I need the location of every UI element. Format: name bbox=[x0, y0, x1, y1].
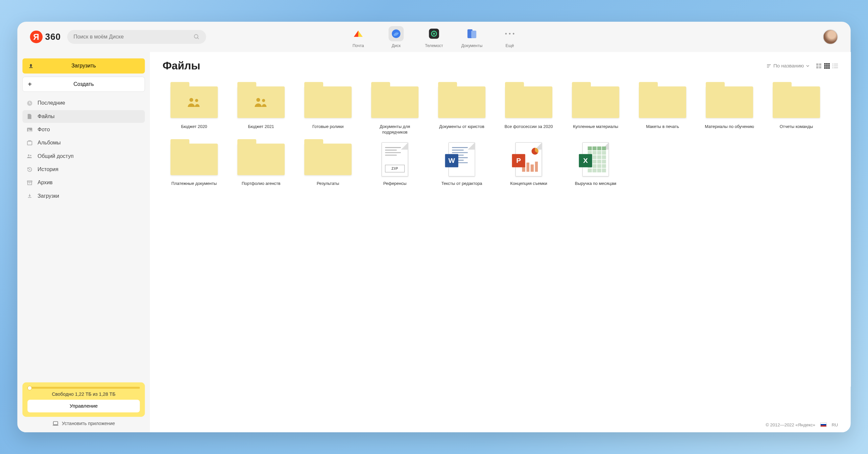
sidebar-item-albums[interactable]: Альбомы bbox=[22, 137, 145, 149]
item-thumb bbox=[569, 83, 622, 121]
item-label: Документы от юристов bbox=[439, 124, 484, 134]
view-large-tiles[interactable] bbox=[816, 63, 822, 68]
svg-rect-37 bbox=[828, 65, 830, 67]
logo[interactable]: Я 360 bbox=[30, 31, 61, 43]
folder-item[interactable]: Бюджет 2020 bbox=[162, 83, 225, 135]
sidebar-item-label: Загрузки bbox=[37, 193, 59, 199]
sidebar-item-history[interactable]: История bbox=[22, 163, 145, 176]
svg-line-1 bbox=[197, 37, 198, 39]
nav-mail[interactable]: Почта bbox=[344, 26, 372, 48]
downloads-icon bbox=[27, 193, 33, 199]
file-item[interactable]: P Концепция съемки bbox=[497, 141, 560, 192]
sidebar-item-photo[interactable]: Фото bbox=[22, 123, 145, 136]
storage-manage-button[interactable]: Управление bbox=[28, 400, 140, 412]
folder-item[interactable]: Платежные документы bbox=[162, 141, 225, 192]
sidebar-item-label: Файлы bbox=[37, 113, 55, 119]
sidebar-item-archive[interactable]: Архив bbox=[22, 176, 145, 189]
sidebar-item-files[interactable]: Файлы bbox=[22, 110, 145, 123]
svg-point-0 bbox=[194, 34, 198, 38]
folder-icon bbox=[237, 144, 285, 175]
svg-rect-38 bbox=[824, 67, 826, 69]
folder-item[interactable]: Документы для подрядчиков bbox=[363, 83, 427, 135]
documents-icon bbox=[464, 26, 479, 41]
storage-widget: Свободно 1,22 ТБ из 1,28 ТБ Управление bbox=[22, 382, 145, 417]
svg-rect-23 bbox=[53, 421, 58, 425]
search-box[interactable] bbox=[67, 30, 206, 44]
folder-icon bbox=[304, 144, 351, 175]
item-label: Портфолио агенств bbox=[242, 181, 280, 192]
upload-label: Загрузить bbox=[71, 63, 96, 69]
storage-bar bbox=[28, 387, 140, 389]
flag-ru-icon bbox=[820, 422, 827, 427]
svg-point-17 bbox=[28, 154, 30, 156]
folder-item[interactable]: Документы от юристов bbox=[430, 83, 493, 135]
nav-disk[interactable]: Диск bbox=[382, 26, 410, 48]
search-icon[interactable] bbox=[193, 34, 199, 40]
item-thumb: W bbox=[435, 141, 489, 178]
folder-icon bbox=[237, 87, 285, 118]
item-thumb bbox=[703, 83, 756, 121]
folder-item[interactable]: Все фотосессии за 2020 bbox=[497, 83, 560, 135]
nav-more[interactable]: Ещё bbox=[496, 26, 523, 48]
upload-icon bbox=[28, 63, 34, 69]
item-label: Концепция съемки bbox=[510, 181, 547, 192]
sidebar-item-recent[interactable]: Последние bbox=[22, 97, 145, 109]
view-list[interactable] bbox=[833, 63, 838, 68]
item-label: Платежные документы bbox=[171, 181, 217, 192]
folder-item[interactable]: Готовые ролики bbox=[296, 83, 360, 135]
create-button[interactable]: + Создать bbox=[22, 77, 145, 92]
svg-rect-22 bbox=[28, 197, 31, 198]
folder-item[interactable]: Портфолио агенств bbox=[229, 141, 292, 192]
item-thumb bbox=[435, 83, 489, 121]
view-small-tiles[interactable] bbox=[824, 63, 830, 68]
sidebar-item-label: Альбомы bbox=[37, 140, 61, 146]
svg-rect-30 bbox=[816, 66, 819, 68]
laptop-icon bbox=[52, 421, 59, 426]
item-thumb: P bbox=[502, 141, 555, 178]
file-item[interactable]: ZIP Референсы bbox=[363, 141, 427, 192]
disk-icon bbox=[389, 26, 404, 41]
nav-documents[interactable]: Документы bbox=[458, 26, 486, 48]
svg-point-18 bbox=[30, 155, 31, 156]
folder-item[interactable]: Материалы по обучению bbox=[698, 83, 761, 135]
sidebar-item-label: Архив bbox=[37, 180, 53, 186]
svg-rect-34 bbox=[828, 63, 830, 64]
sidebar-item-downloads[interactable]: Загрузки bbox=[22, 190, 145, 202]
upload-button[interactable]: Загрузить bbox=[22, 58, 145, 73]
item-thumb: X bbox=[569, 141, 622, 178]
toolbar: По названию bbox=[766, 63, 838, 68]
recent-icon bbox=[27, 100, 33, 106]
sort-dropdown[interactable]: По названию bbox=[766, 63, 809, 68]
logo-glyph: Я bbox=[30, 31, 42, 43]
file-item[interactable]: X Выручка по месяцам bbox=[564, 141, 627, 192]
folder-item[interactable]: Купленные материалы bbox=[564, 83, 627, 135]
folder-item[interactable]: Отчеты команды bbox=[765, 83, 828, 135]
main-content: Файлы По названию Бюджет 2020 Бюджет 2 bbox=[150, 52, 850, 432]
svg-point-8 bbox=[505, 33, 507, 34]
zip-file-icon: ZIP bbox=[382, 143, 408, 177]
header: Я 360 Почта Диск bbox=[18, 22, 850, 52]
nav-telemost[interactable]: Телемост bbox=[420, 26, 448, 48]
lang-label[interactable]: RU bbox=[832, 422, 838, 427]
folder-item[interactable]: Макеты в печать bbox=[631, 83, 694, 135]
svg-point-9 bbox=[509, 33, 510, 34]
file-item[interactable]: W Тексты от редактора bbox=[430, 141, 493, 192]
nav-label: Документы bbox=[461, 43, 482, 48]
svg-point-5 bbox=[433, 33, 435, 34]
item-label: Референсы bbox=[383, 181, 407, 192]
svg-rect-28 bbox=[816, 63, 819, 65]
item-label: Документы для подрядчиков bbox=[367, 124, 424, 135]
search-input[interactable] bbox=[73, 34, 193, 40]
folder-item[interactable]: Бюджет 2021 bbox=[229, 83, 292, 135]
sidebar: Загрузить + Создать Последние Файлы Фото… bbox=[18, 52, 150, 432]
install-app-label: Установить приложение bbox=[62, 420, 115, 426]
item-label: Все фотосессии за 2020 bbox=[505, 124, 553, 134]
folder-item[interactable]: Результаты bbox=[296, 141, 360, 192]
sidebar-item-label: Общий доступ bbox=[37, 153, 74, 159]
copyright: © 2012—2022 «Яндекс» bbox=[766, 422, 815, 427]
install-app-link[interactable]: Установить приложение bbox=[22, 420, 145, 426]
avatar[interactable] bbox=[823, 29, 838, 44]
svg-rect-35 bbox=[824, 65, 826, 67]
sidebar-item-shared[interactable]: Общий доступ bbox=[22, 150, 145, 162]
app-window: Я 360 Почта Диск bbox=[18, 22, 850, 432]
